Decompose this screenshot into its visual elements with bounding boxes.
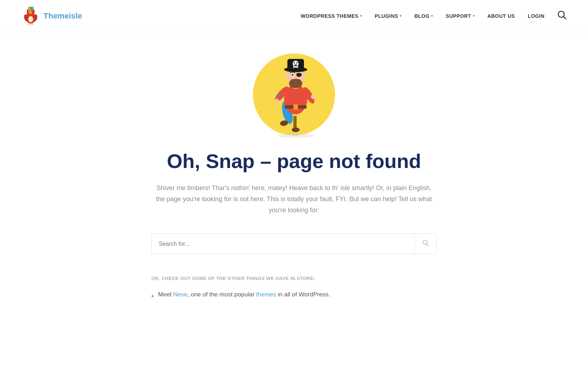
neve-link[interactable]: Neve [173,291,188,298]
search-icon[interactable] [557,10,567,22]
svg-line-18 [564,16,566,19]
svg-rect-46 [294,65,297,66]
nav-support[interactable]: SUPPORT ▾ [446,13,475,19]
search-input[interactable] [152,234,415,254]
themes-link[interactable]: themes [256,291,276,298]
svg-point-38 [292,74,292,75]
nav-login[interactable]: LOGIN [528,13,544,19]
site-header: Themeisle WORDPRESS THEMES ▾ PLUGINS ▾ B… [0,0,588,32]
svg-point-12 [28,16,33,22]
chevron-down-icon: ▾ [360,14,362,18]
suggestions-section: OR, CHECK OUT SOME OF THE OTHER THINGS W… [151,276,437,302]
error-heading: Oh, Snap – page not found [167,150,421,173]
svg-line-16 [32,23,33,25]
svg-point-29 [274,99,279,103]
svg-line-52 [296,134,299,134]
nav-about-us[interactable]: ABOUT US [487,13,515,19]
svg-point-49 [292,128,300,132]
chevron-down-icon: ▾ [473,14,475,18]
bottom-label: OR, CHECK OUT SOME OF THE OTHER THINGS W… [151,276,437,281]
main-content: ? [0,32,588,330]
svg-rect-20 [293,116,296,129]
error-subtext: Shiver me timbers! Thar's nothin' here, … [153,183,435,215]
bullet-dot-icon: • [151,290,154,302]
svg-line-51 [292,134,295,135]
chevron-down-icon: ▾ [400,14,402,18]
logo-parrot-icon [21,7,40,25]
logo-link[interactable]: Themeisle [21,7,82,25]
list-item: • Meet Neve, one of the most popular the… [151,290,437,302]
svg-point-19 [278,134,314,138]
svg-point-30 [311,95,315,99]
pirate-illustration: ? [240,46,348,139]
svg-point-45 [296,62,298,64]
main-nav: WORDPRESS THEMES ▾ PLUGINS ▾ BLOG ▾ SUPP… [301,10,567,22]
nav-plugins[interactable]: PLUGINS ▾ [375,13,401,19]
svg-point-3 [30,12,32,14]
search-button[interactable] [415,234,436,254]
search-icon [422,239,429,246]
search-bar [151,233,437,254]
logo-text: Themeisle [44,11,82,21]
nav-wordpress-themes[interactable]: WORDPRESS THEMES ▾ [301,13,362,19]
svg-point-35 [295,79,301,82]
nav-blog[interactable]: BLOG ▾ [414,13,433,19]
svg-point-44 [294,62,295,64]
svg-line-54 [427,244,429,246]
bullet-text: Meet Neve, one of the most popular theme… [158,290,330,299]
pirate-svg: ? [255,46,333,139]
svg-rect-25 [293,105,298,110]
svg-point-39 [296,73,302,77]
chevron-down-icon: ▾ [431,14,433,18]
